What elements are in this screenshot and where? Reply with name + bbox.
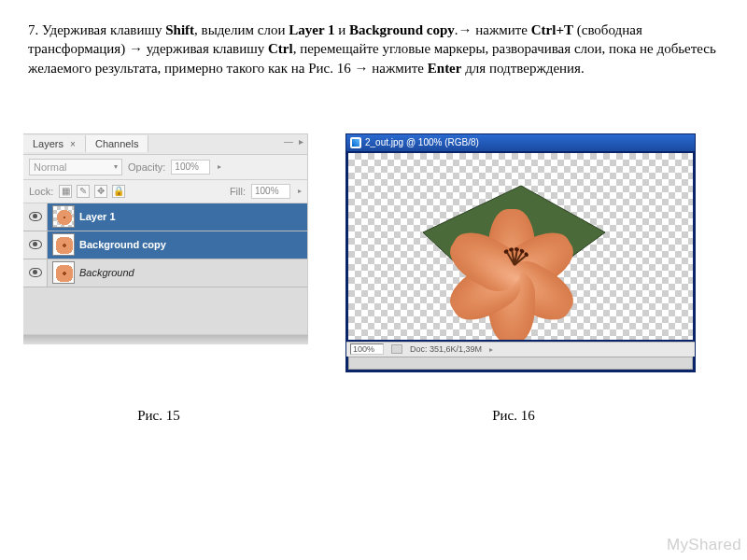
blend-mode-value: Normal [34, 161, 66, 173]
layer-thumbnail[interactable] [52, 205, 75, 228]
layer-list-empty-area [23, 287, 307, 334]
layers-panel: Layers × Channels — ▸ Normal ▾ Opacity: … [23, 133, 308, 335]
layer-name: Background copy [79, 239, 166, 250]
tab-channels[interactable]: Channels [86, 135, 148, 152]
lock-move-icon[interactable]: ✥ [94, 185, 107, 198]
opacity-slider-icon[interactable]: ▸ [218, 162, 221, 171]
blend-mode-select[interactable]: Normal ▾ [29, 159, 122, 175]
lock-paint-icon[interactable]: ✎ [77, 185, 90, 198]
layer-thumbnail[interactable] [52, 261, 75, 284]
lock-all-icon[interactable]: 🔒 [112, 185, 125, 198]
figure-captions: Рис. 15 Рис. 16 [0, 372, 747, 424]
fill-label: Fill: [230, 186, 246, 197]
tab-channels-label: Channels [95, 138, 138, 149]
eye-icon [29, 212, 42, 221]
menu-icon[interactable]: ▸ [299, 136, 303, 147]
fill-slider-icon[interactable]: ▸ [298, 187, 302, 195]
opacity-label: Opacity: [128, 161, 165, 173]
opacity-input[interactable]: 100% [171, 160, 210, 175]
visibility-toggle[interactable] [23, 259, 48, 287]
chevron-right-icon[interactable]: ▸ [489, 345, 493, 354]
doc-info: Doc: 351,6K/1,39M [410, 344, 482, 354]
layer-name: Layer 1 [79, 211, 116, 222]
tab-layers-label: Layers [33, 138, 63, 149]
panel-tabs: Layers × Channels — ▸ [23, 134, 307, 155]
image-window: 2_out.jpg @ 100% (RGB/8) [345, 133, 696, 372]
canvas-area[interactable] [348, 153, 693, 340]
nav-icon[interactable] [391, 344, 402, 354]
layer-row-background[interactable]: Background [23, 259, 307, 287]
tab-layers[interactable]: Layers × [23, 135, 86, 152]
window-titlebar[interactable]: 2_out.jpg @ 100% (RGB/8) [346, 134, 695, 151]
transformed-layer[interactable] [414, 181, 610, 312]
close-icon[interactable]: × [70, 139, 76, 149]
eye-icon [29, 268, 42, 277]
lock-transparent-icon[interactable]: ▦ [59, 185, 72, 198]
caption-fig16: Рис. 16 [317, 408, 710, 424]
app-icon [350, 137, 361, 148]
window-title: 2_out.jpg @ 100% (RGB/8) [365, 137, 479, 147]
layer-name: Background [79, 267, 134, 278]
minimize-icon[interactable]: — [284, 136, 293, 147]
visibility-toggle[interactable] [23, 203, 48, 231]
layer-row-background-copy[interactable]: Background copy [23, 231, 307, 259]
chevron-down-icon: ▾ [114, 162, 118, 171]
fill-input[interactable]: 100% [251, 184, 290, 199]
watermark: MyShared [667, 536, 741, 554]
layer-list: Layer 1 Background copy Background [23, 203, 307, 334]
layer-row-layer1[interactable]: Layer 1 [23, 203, 307, 231]
zoom-input[interactable]: 100% [350, 343, 384, 355]
step-number: 7. [28, 22, 38, 37]
lock-icons: ▦ ✎ ✥ 🔒 [59, 185, 127, 198]
eye-icon [29, 240, 42, 249]
panel-shadow [23, 335, 308, 344]
visibility-toggle[interactable] [23, 231, 48, 259]
caption-fig15: Рис. 15 [0, 408, 317, 424]
status-bar: 100% Doc: 351,6K/1,39M ▸ [346, 342, 695, 357]
lock-row: Lock: ▦ ✎ ✥ 🔒 Fill: 100% ▸ [23, 180, 307, 203]
blend-options-row: Normal ▾ Opacity: 100% ▸ [23, 155, 307, 180]
instruction-text: 7. Удерживая клавишу Shift, выделим слои… [0, 0, 747, 77]
lock-label: Lock: [29, 186, 53, 197]
layer-thumbnail[interactable] [52, 233, 75, 256]
flower-image [437, 190, 586, 302]
horizontal-scrollbar[interactable] [348, 357, 693, 370]
